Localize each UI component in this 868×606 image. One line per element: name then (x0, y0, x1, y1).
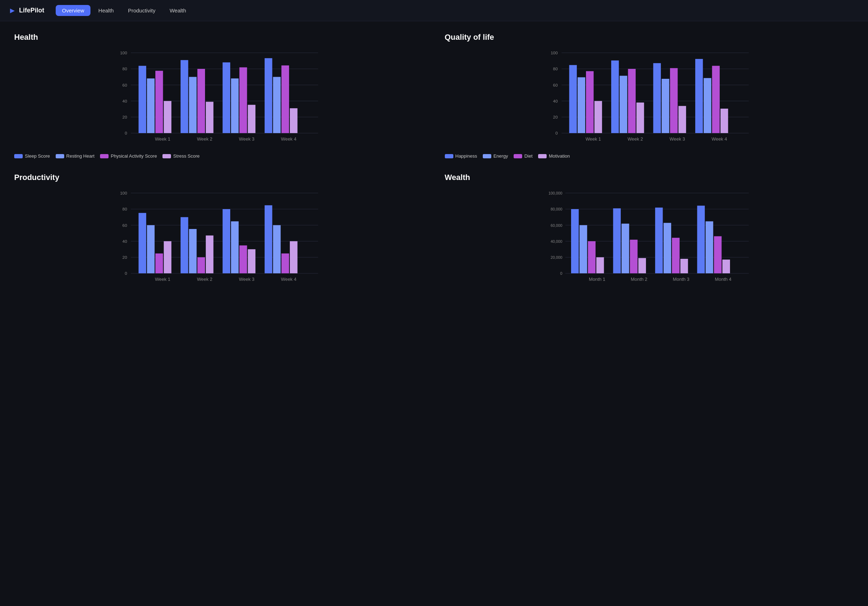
logo-text: LifePilot (19, 7, 44, 14)
svg-rect-23 (248, 105, 256, 133)
svg-text:0: 0 (125, 271, 127, 276)
wealth-chart-card: Wealth 100,000 80,000 60,000 40,000 20,0… (445, 173, 854, 289)
quality-chart-area: 100 80 60 40 20 0 (445, 49, 854, 148)
svg-text:Week 4: Week 4 (281, 136, 296, 141)
svg-text:100,000: 100,000 (549, 191, 562, 195)
nav-productivity[interactable]: Productivity (122, 5, 162, 16)
svg-rect-52 (653, 63, 661, 133)
svg-rect-56 (695, 59, 703, 133)
svg-rect-14 (155, 71, 163, 133)
main-grid: Health 100 80 60 40 20 0 (0, 21, 868, 300)
legend-energy: Energy (483, 153, 508, 159)
legend-stress: Stress Score (163, 153, 199, 159)
svg-text:Week 3: Week 3 (239, 277, 255, 282)
svg-text:80: 80 (122, 207, 127, 211)
svg-rect-110 (588, 241, 595, 273)
svg-text:80,000: 80,000 (550, 207, 562, 211)
svg-rect-57 (704, 78, 711, 133)
health-chart-card: Health 100 80 60 40 20 0 (14, 33, 423, 159)
svg-rect-12 (139, 66, 147, 133)
svg-text:100: 100 (120, 191, 127, 196)
productivity-title: Productivity (14, 173, 423, 182)
nav-overview[interactable]: Overview (56, 5, 91, 16)
svg-text:Week 3: Week 3 (670, 136, 685, 141)
svg-rect-83 (206, 235, 214, 273)
svg-text:60: 60 (122, 83, 127, 88)
svg-text:Week 1: Week 1 (585, 136, 601, 141)
health-title: Health (14, 33, 423, 42)
svg-rect-113 (622, 224, 629, 273)
wealth-chart-area: 100,000 80,000 60,000 40,000 20,000 0 (445, 189, 854, 289)
legend-diet-label: Diet (524, 153, 532, 159)
svg-rect-80 (181, 217, 188, 273)
svg-text:20: 20 (122, 255, 127, 260)
svg-text:Month 4: Month 4 (715, 277, 732, 282)
svg-text:Week 4: Week 4 (281, 277, 296, 282)
legend-sleep-label: Sleep Score (25, 153, 50, 159)
logo-icon: ► (9, 6, 16, 15)
svg-rect-58 (712, 66, 720, 133)
svg-text:Month 2: Month 2 (631, 277, 647, 282)
svg-text:40: 40 (122, 99, 127, 104)
svg-rect-121 (705, 221, 713, 273)
svg-rect-76 (139, 213, 147, 273)
svg-rect-24 (265, 58, 273, 133)
svg-rect-109 (579, 225, 587, 273)
svg-text:100: 100 (120, 50, 127, 55)
svg-rect-18 (197, 69, 205, 133)
svg-rect-49 (619, 76, 627, 133)
legend-happiness: Happiness (445, 153, 477, 159)
svg-rect-22 (239, 67, 247, 133)
svg-text:Week 4: Week 4 (711, 136, 727, 141)
svg-text:Month 1: Month 1 (589, 277, 605, 282)
svg-rect-77 (147, 225, 155, 273)
legend-sleep: Sleep Score (14, 153, 50, 159)
productivity-chart-area: 100 80 60 40 20 0 (14, 189, 423, 289)
quality-chart-card: Quality of life 100 80 60 40 20 0 (445, 33, 854, 159)
svg-rect-59 (721, 109, 728, 133)
svg-rect-90 (281, 253, 289, 273)
svg-rect-85 (231, 221, 239, 273)
svg-rect-115 (638, 258, 646, 273)
svg-rect-119 (680, 259, 688, 273)
svg-text:40,000: 40,000 (550, 239, 562, 244)
nav-wealth[interactable]: Wealth (163, 5, 192, 16)
svg-rect-120 (697, 205, 705, 273)
svg-text:40: 40 (553, 99, 558, 104)
svg-rect-82 (197, 257, 205, 273)
svg-text:20: 20 (553, 115, 558, 120)
svg-rect-117 (663, 223, 671, 273)
svg-rect-79 (164, 241, 172, 273)
svg-text:0: 0 (125, 131, 127, 136)
svg-text:Week 3: Week 3 (239, 136, 255, 141)
svg-rect-27 (290, 108, 298, 133)
svg-rect-81 (189, 229, 197, 273)
svg-rect-54 (670, 68, 677, 133)
legend-happiness-label: Happiness (456, 153, 477, 159)
svg-text:Week 1: Week 1 (155, 136, 170, 141)
svg-rect-51 (636, 103, 644, 133)
legend-motivation: Motivation (538, 153, 570, 159)
legend-motivation-label: Motivation (549, 153, 570, 159)
svg-rect-88 (265, 205, 273, 273)
productivity-svg: 100 80 60 40 20 0 (14, 189, 423, 289)
svg-rect-44 (569, 65, 577, 133)
svg-rect-78 (155, 253, 163, 273)
legend-energy-label: Energy (493, 153, 508, 159)
svg-rect-118 (672, 238, 680, 273)
nav-health[interactable]: Health (92, 5, 120, 16)
svg-text:20,000: 20,000 (550, 255, 562, 259)
svg-rect-17 (189, 77, 197, 133)
productivity-chart-card: Productivity 100 80 60 40 20 0 (14, 173, 423, 289)
svg-rect-84 (223, 209, 231, 273)
svg-rect-15 (164, 101, 172, 133)
legend-heart-label: Resting Heart (66, 153, 95, 159)
quality-svg: 100 80 60 40 20 0 (445, 49, 854, 148)
svg-rect-46 (586, 71, 594, 133)
svg-text:100: 100 (550, 50, 558, 55)
legend-activity: Physical Activity Score (100, 153, 157, 159)
wealth-title: Wealth (445, 173, 854, 182)
svg-rect-48 (611, 61, 619, 133)
svg-rect-16 (181, 60, 188, 133)
legend-activity-label: Physical Activity Score (111, 153, 157, 159)
